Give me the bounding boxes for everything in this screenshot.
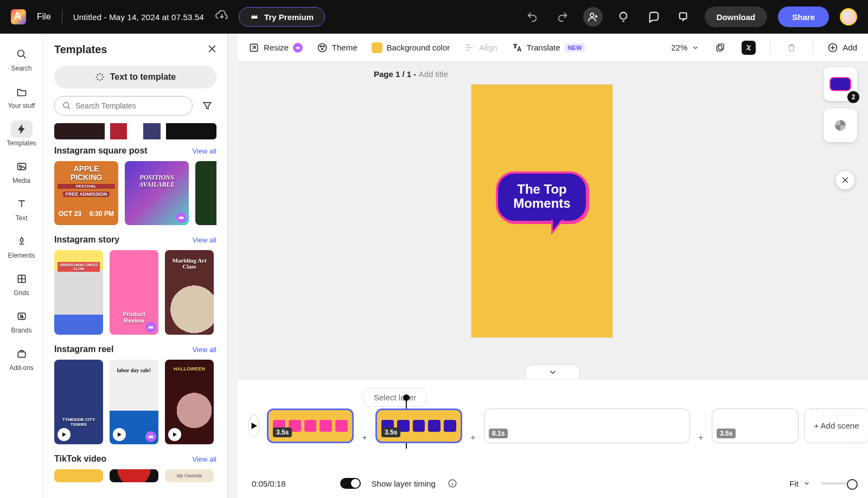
document-title[interactable]: Untitled - May 14, 2024 at 07.53.54 — [73, 12, 204, 22]
template-card[interactable]: HALLOWEEN — [165, 360, 214, 444]
theme-tool[interactable]: Theme — [317, 42, 358, 53]
zoom-display[interactable]: 22% — [671, 43, 699, 52]
rail-media[interactable]: Media — [2, 154, 41, 189]
bg-color-swatch — [372, 42, 382, 53]
timeline-zoom-slider[interactable] — [821, 482, 854, 484]
svg-point-9 — [63, 103, 68, 107]
feedback-icon[interactable] — [674, 7, 694, 27]
download-button[interactable]: Download — [705, 7, 768, 27]
view-all-link[interactable]: View all — [192, 147, 216, 155]
timeline-clip-1[interactable]: 3.5s — [267, 408, 354, 443]
layer-count-badge: 2 — [847, 91, 859, 103]
collapse-timeline-icon[interactable] — [526, 365, 580, 379]
help-lightbulb-icon[interactable] — [614, 7, 633, 27]
redo-icon[interactable] — [553, 7, 572, 27]
premium-badge-icon — [145, 322, 156, 333]
info-icon[interactable] — [446, 477, 458, 489]
rail-your-stuff[interactable]: Your stuff — [2, 79, 41, 114]
svg-point-11 — [318, 43, 326, 52]
try-premium-button[interactable]: Try Premium — [239, 7, 325, 27]
template-card[interactable]: APPLE PICKING FESTIVAL FREE ADMISSION OC… — [54, 161, 118, 225]
svg-rect-4 — [17, 163, 25, 170]
view-all-link[interactable]: View all — [192, 346, 216, 354]
add-scene-between-icon[interactable]: + — [695, 432, 706, 443]
template-card[interactable]: POSITIONS AVAILABLE — [125, 161, 189, 225]
section-title: Instagram story — [54, 235, 119, 245]
svg-point-3 — [17, 50, 24, 57]
add-scene-between-icon[interactable]: + — [468, 432, 478, 443]
close-layers-icon[interactable] — [835, 170, 855, 190]
svg-rect-15 — [719, 44, 724, 49]
svg-point-5 — [19, 165, 21, 167]
filter-icon[interactable] — [198, 97, 216, 115]
comment-icon[interactable] — [644, 7, 663, 27]
template-card[interactable]: labor day sale! — [110, 360, 158, 444]
page-label[interactable]: Page 1 / 1 - Add title — [374, 69, 448, 79]
timeline-track[interactable]: Select layer 3.5s + 3.5s + 8.1s — [267, 408, 868, 443]
rail-addons[interactable]: Add-ons — [2, 341, 41, 376]
play-button[interactable] — [248, 414, 259, 437]
timeline-clip-2[interactable]: 3.5s — [375, 408, 462, 443]
try-premium-label: Try Premium — [264, 12, 314, 22]
layer-theme-thumb[interactable] — [824, 108, 857, 142]
lock-aspect-icon[interactable] — [742, 41, 756, 55]
view-all-link[interactable]: View all — [192, 455, 216, 463]
share-button[interactable]: Share — [778, 7, 829, 27]
add-page-button[interactable]: Add — [827, 42, 857, 53]
fit-zoom-dropdown[interactable]: Fit — [789, 479, 810, 488]
templates-panel: Templates Text to template Instagram squ… — [43, 34, 228, 498]
template-card[interactable]: Product Review — [110, 250, 158, 335]
rail-elements[interactable]: Elements — [2, 228, 41, 264]
align-tool: Align — [464, 42, 497, 53]
timeline-clip-3[interactable]: 8.1s — [484, 408, 690, 443]
text-to-template-button[interactable]: Text to template — [54, 66, 216, 88]
user-avatar[interactable] — [840, 8, 857, 25]
svg-point-1 — [620, 12, 627, 20]
resize-tool[interactable]: Resize — [248, 42, 303, 53]
undo-icon[interactable] — [522, 7, 542, 27]
premium-badge-icon — [293, 43, 303, 53]
svg-rect-16 — [717, 46, 723, 51]
left-rail: Search Your stuff Templates Media Text E… — [0, 34, 43, 498]
search-templates-input[interactable] — [54, 96, 193, 116]
canvas-artboard[interactable]: The TopMoments — [471, 85, 612, 337]
rail-search[interactable]: Search — [2, 41, 41, 76]
file-menu[interactable]: File — [37, 12, 51, 22]
cloud-sync-icon[interactable] — [215, 10, 228, 23]
sparkle-icon — [95, 72, 105, 82]
rail-grids[interactable]: Grids — [2, 266, 41, 301]
close-panel-icon[interactable] — [207, 43, 218, 56]
panel-scrollbar[interactable] — [228, 34, 238, 498]
timeline-clip-4[interactable]: 3.5s — [712, 408, 799, 443]
template-card[interactable]: My Favorite — [165, 469, 214, 482]
template-card[interactable] — [195, 161, 216, 225]
rail-brands[interactable]: Brands — [2, 303, 41, 339]
speech-bubble-element[interactable]: The TopMoments — [496, 171, 588, 223]
layer-timing-toggle[interactable] — [340, 478, 361, 489]
rail-templates[interactable]: Templates — [2, 116, 41, 151]
select-layer-tooltip: Select layer — [363, 388, 426, 407]
svg-point-12 — [320, 46, 322, 47]
svg-rect-2 — [679, 13, 686, 19]
add-scene-between-icon[interactable]: + — [359, 432, 370, 443]
duplicate-page-icon[interactable] — [713, 41, 727, 55]
time-display: 0:05/0:18 — [252, 479, 286, 488]
new-badge: NEW — [565, 43, 585, 52]
background-color-tool[interactable]: Background color — [372, 42, 450, 53]
template-card[interactable]: GREEN HIGH CHESS CLUB — [54, 250, 103, 335]
divider — [62, 9, 62, 24]
adobe-express-logo[interactable] — [11, 9, 26, 24]
invite-collaborator-icon[interactable] — [583, 7, 603, 27]
view-all-link[interactable]: View all — [192, 236, 216, 244]
svg-point-0 — [590, 13, 594, 17]
translate-tool[interactable]: TranslateNEW — [512, 42, 585, 53]
add-scene-button[interactable]: + Add scene — [804, 408, 868, 443]
template-card[interactable] — [54, 469, 103, 482]
template-card[interactable] — [110, 469, 158, 482]
template-card[interactable]: Marbling Art Class — [165, 250, 214, 335]
layer-thumbnail[interactable]: 2 — [824, 67, 857, 101]
rail-text[interactable]: Text — [2, 191, 41, 226]
template-card[interactable]: TYNESIDE CITY TIGERS — [54, 360, 103, 444]
search-input-field[interactable] — [75, 101, 184, 110]
delete-icon[interactable] — [784, 41, 799, 55]
